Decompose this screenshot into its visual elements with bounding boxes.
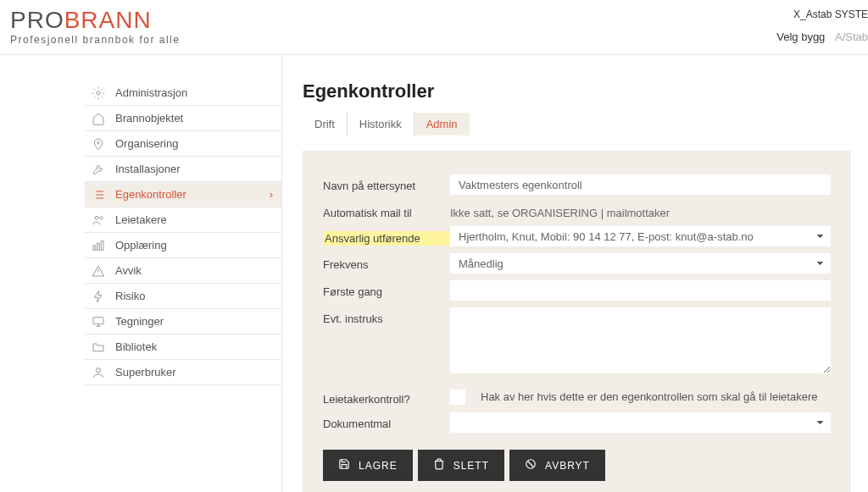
gear-icon <box>90 85 107 102</box>
sidebar-item-installasjoner[interactable]: Installasjoner <box>85 157 281 182</box>
sidebar-item-organisering[interactable]: Organisering <box>85 131 281 157</box>
sidebar-item-label: Organisering <box>115 137 178 150</box>
checklist-icon <box>90 186 107 203</box>
leietaker-label: Leietakerkontroll? <box>323 388 450 406</box>
navn-label: Navn på ettersynet <box>323 174 450 192</box>
svg-rect-15 <box>93 317 103 323</box>
svg-line-20 <box>528 462 534 467</box>
instruks-label: Evt. instruks <box>323 307 450 325</box>
wrench-icon <box>90 161 107 178</box>
user-icon <box>90 364 107 381</box>
tab-bar: Drift Historikk Admin <box>303 113 851 135</box>
sidebar-item-label: Opplæring <box>115 239 167 252</box>
dokumentmal-label: Dokumentmal <box>323 412 450 430</box>
mail-label: Automatisk mail til <box>323 202 450 219</box>
sidebar-item-risiko[interactable]: Risiko <box>85 284 281 309</box>
graph-icon <box>90 237 107 254</box>
sidebar-item-label: Egenkontroller <box>115 188 186 201</box>
form-panel: Navn på ettersynet Automatisk mail til I… <box>303 151 851 492</box>
svg-rect-11 <box>97 243 100 250</box>
logo-block: PROBRANN Profesjonell brannbok for alle <box>8 8 180 46</box>
forste-label: Første gang <box>323 280 450 298</box>
ansvarlig-label: Ansvarlig utførende <box>323 231 450 246</box>
sidebar-item-label: Superbruker <box>115 366 176 379</box>
warning-icon <box>90 263 107 279</box>
slett-button[interactable]: SLETT <box>418 450 504 481</box>
tab-admin[interactable]: Admin <box>415 113 470 135</box>
trash-icon <box>433 458 445 473</box>
sidebar-item-leietakere[interactable]: Leietakere <box>85 207 281 233</box>
frekvens-select[interactable]: Månedlig <box>450 253 831 274</box>
people-icon <box>90 212 107 229</box>
building-select-label: Velg bygg <box>776 30 825 43</box>
tab-historikk[interactable]: Historikk <box>348 113 415 135</box>
sidebar: Administrasjon Brannobjektet Organiserin… <box>0 55 282 492</box>
cancel-icon <box>525 458 537 473</box>
sidebar-item-label: Bibliotek <box>115 340 157 353</box>
sidebar-item-label: Leietakere <box>115 213 167 226</box>
sidebar-item-superbruker[interactable]: Superbruker <box>85 360 281 385</box>
sidebar-item-label: Brannobjektet <box>115 112 183 124</box>
avbryt-button[interactable]: AVBRYT <box>509 450 605 481</box>
sidebar-item-avvik[interactable]: Avvik <box>85 258 281 284</box>
navn-input[interactable] <box>450 174 831 195</box>
svg-rect-10 <box>93 246 96 250</box>
lagre-button[interactable]: LAGRE <box>323 450 413 481</box>
leietaker-help: Hak av her hvis dette er den egenkontrol… <box>481 390 817 403</box>
logo: PROBRANN <box>10 8 180 32</box>
sidebar-item-label: Administrasjon <box>115 86 187 99</box>
logo-pro: PRO <box>10 7 64 33</box>
mail-value: Ikke satt, se ORGANISERING | mailmottake… <box>450 202 831 219</box>
chevron-right-icon: › <box>270 188 273 201</box>
sidebar-item-brannobjektet[interactable]: Brannobjektet <box>85 106 281 131</box>
sidebar-item-label: Installasjoner <box>115 163 181 175</box>
sidebar-item-administrasjon[interactable]: Administrasjon <box>85 80 281 106</box>
sidebar-item-label: Tegninger <box>115 315 164 328</box>
svg-point-18 <box>96 368 100 372</box>
sidebar-item-label: Avvik <box>115 264 142 277</box>
screen-icon <box>90 313 107 330</box>
tab-drift[interactable]: Drift <box>303 113 348 135</box>
bolt-icon <box>90 288 107 305</box>
ansvarlig-select[interactable]: Hjertholm, Knut, Mobil: 90 14 12 77, E-p… <box>450 226 831 246</box>
sidebar-item-egenkontroller[interactable]: Egenkontroller › <box>85 182 281 207</box>
svg-rect-12 <box>101 240 103 250</box>
svg-point-8 <box>95 216 98 219</box>
system-tag: X_Astab SYSTE <box>793 8 868 20</box>
dokumentmal-select[interactable] <box>450 412 831 433</box>
sidebar-item-tegninger[interactable]: Tegninger <box>85 309 281 334</box>
save-icon <box>338 458 350 473</box>
svg-point-9 <box>100 216 103 218</box>
logo-brann: BRANN <box>64 7 152 33</box>
svg-point-0 <box>97 91 100 95</box>
building-selector[interactable]: Velg bygg A/Stab <box>776 30 868 43</box>
building-select-value: A/Stab <box>835 30 868 43</box>
pin-icon <box>90 135 107 152</box>
sidebar-item-bibliotek[interactable]: Bibliotek <box>85 334 281 360</box>
sidebar-item-opplaering[interactable]: Opplæring <box>85 233 281 258</box>
instruks-textarea[interactable] <box>450 307 831 373</box>
home-icon <box>90 110 107 127</box>
svg-point-1 <box>97 141 100 144</box>
frekvens-label: Frekvens <box>323 253 450 271</box>
forste-input[interactable] <box>450 280 831 301</box>
logo-tagline: Profesjonell brannbok for alle <box>10 34 180 46</box>
page-title: Egenkontroller <box>303 80 851 102</box>
sidebar-item-label: Risiko <box>115 290 145 302</box>
folder-icon <box>90 339 107 356</box>
leietaker-checkbox[interactable] <box>450 390 465 405</box>
